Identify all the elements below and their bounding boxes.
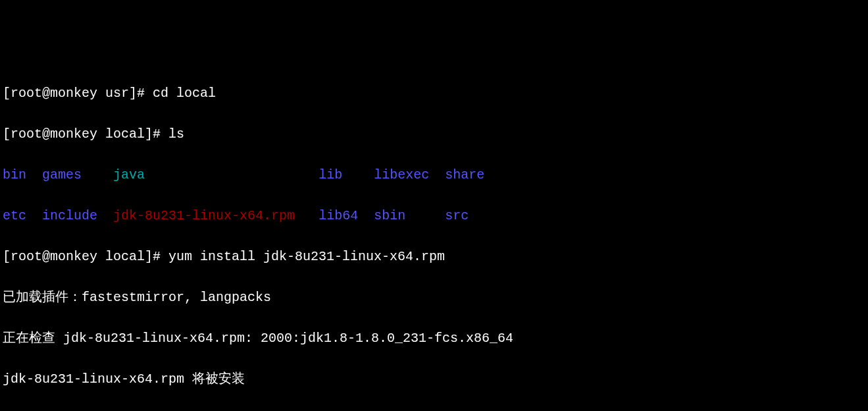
command: cd local (153, 86, 216, 101)
yum-output: 已加载插件：fastestmirror, langpacks (3, 287, 865, 308)
prompt-line-3: [root@monkey local]# yum install jdk-8u2… (3, 246, 865, 267)
dir-share: share (445, 167, 484, 182)
file-rpm: jdk-8u231-linux-x64.rpm (113, 208, 295, 223)
dir-bin: bin (3, 167, 26, 182)
dir-java: java (113, 167, 145, 182)
dir-etc: etc (3, 208, 26, 223)
prompt: [root@monkey usr]# (3, 86, 153, 101)
dir-lib64: lib64 (319, 208, 358, 223)
dir-lib: lib (319, 167, 342, 182)
ls-output-row-1: bin games java lib libexec share (3, 165, 865, 185)
prompt: [root@monkey local]# (3, 249, 168, 264)
dir-libexec: libexec (374, 167, 429, 182)
prompt: [root@monkey local]# (3, 126, 168, 142)
dir-sbin: sbin (374, 208, 405, 223)
yum-output: 正在检查 jdk-8u231-linux-x64.rpm: 2000:jdk1.… (3, 328, 865, 348)
command: yum install jdk-8u231-linux-x64.rpm (168, 249, 445, 264)
command: ls (168, 126, 184, 142)
dir-include: include (42, 208, 97, 223)
prompt-line-2: [root@monkey local]# ls (3, 124, 865, 144)
ls-output-row-2: etc include jdk-8u231-linux-x64.rpm lib6… (3, 206, 865, 226)
dir-src: src (445, 208, 469, 223)
prompt-line-1: [root@monkey usr]# cd local (3, 83, 865, 103)
yum-output: jdk-8u231-linux-x64.rpm 将被安装 (3, 369, 865, 389)
dir-games: games (42, 167, 82, 182)
